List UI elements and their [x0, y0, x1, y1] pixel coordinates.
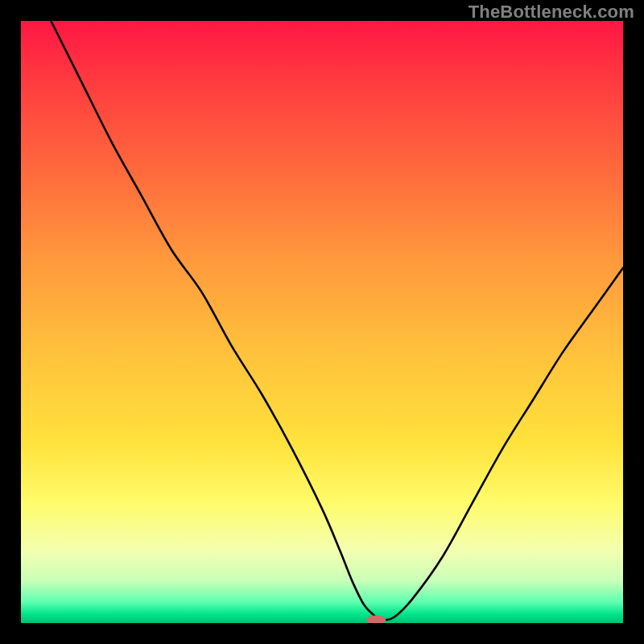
- optimum-marker: [366, 615, 386, 623]
- chart-stage: TheBottleneck.com: [0, 0, 644, 644]
- chart-plot: [21, 21, 623, 623]
- watermark-text: TheBottleneck.com: [469, 2, 634, 23]
- bottleneck-curve: [51, 21, 623, 620]
- chart-layer: [21, 21, 623, 623]
